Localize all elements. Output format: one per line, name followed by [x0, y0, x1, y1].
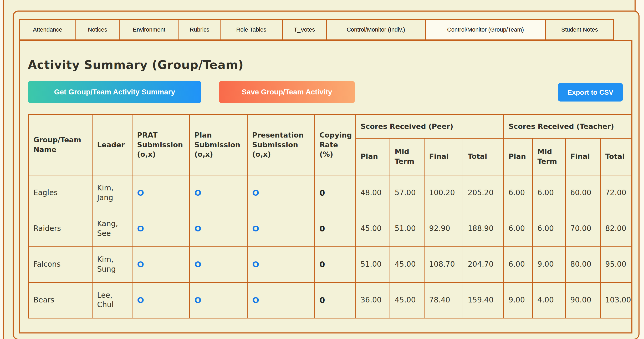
peer-total-cell: 204.70: [463, 247, 504, 282]
group-team-name-cell: Bears: [28, 282, 92, 318]
activity-table-wrapper: Group/Team Name Leader PRAT Submission (…: [28, 114, 631, 318]
peer-plan-cell: 45.00: [356, 211, 390, 247]
peer-plan-cell: 48.00: [356, 175, 390, 211]
col-header-scores-received-peer: Scores Received (Peer): [356, 115, 504, 138]
teacher-final-cell: 90.00: [565, 282, 600, 318]
group-team-name-cell: Raiders: [28, 211, 92, 247]
col-header-copying-rate: Copying Rate (%): [315, 115, 356, 175]
tab-notices[interactable]: Notices: [75, 19, 120, 40]
tab-bar: AttendanceNoticesEnvironmentRubricsRole …: [19, 19, 614, 40]
teacher-total-cell: 82.00: [600, 211, 631, 247]
leader-cell: Kim, Sung: [92, 247, 132, 282]
peer-total-cell: 205.20: [463, 175, 504, 211]
peer-plan-cell: 36.00: [356, 282, 390, 318]
col-header-peer-mid-term: Mid Term: [390, 138, 424, 175]
prat-submission-cell: O: [132, 211, 190, 247]
table-row: FalconsKim, SungOOO051.0045.00108.70204.…: [28, 247, 632, 282]
peer-mid-term-cell: 45.00: [390, 247, 424, 282]
copying-rate-cell: 0: [315, 282, 356, 318]
prat-submission-cell: O: [132, 175, 190, 211]
plan-submission-cell: O: [190, 282, 247, 318]
table-row: RaidersKang, SeeOOO045.0051.0092.90188.9…: [28, 211, 632, 247]
teacher-final-cell: 70.00: [565, 211, 600, 247]
teacher-final-cell: 80.00: [565, 247, 600, 282]
table-header-row-groups: Group/Team Name Leader PRAT Submission (…: [28, 115, 632, 138]
peer-final-cell: 100.20: [424, 175, 463, 211]
table-body: EaglesKim, JangOOO048.0057.00100.20205.2…: [28, 175, 632, 318]
teacher-plan-cell: 9.00: [504, 282, 533, 318]
teacher-plan-cell: 6.00: [504, 211, 533, 247]
leader-cell: Lee, Chul: [92, 282, 132, 318]
col-header-teacher-final: Final: [565, 138, 600, 175]
presentation-submission-cell: O: [247, 175, 315, 211]
leader-cell: Kim, Jang: [92, 175, 132, 211]
tab-attendance[interactable]: Attendance: [19, 19, 76, 40]
col-header-teacher-plan: Plan: [504, 138, 533, 175]
tab-role-tables[interactable]: Role Tables: [220, 19, 283, 40]
copying-rate-cell: 0: [315, 247, 356, 282]
peer-final-cell: 78.40: [424, 282, 463, 318]
teacher-total-cell: 103.00: [600, 282, 631, 318]
copying-rate-cell: 0: [315, 211, 356, 247]
teacher-mid-term-cell: 6.00: [533, 175, 565, 211]
col-header-teacher-mid-term: Mid Term: [533, 138, 565, 175]
copying-rate-cell: 0: [315, 175, 356, 211]
tab-panel: Activity Summary (Group/Team) Get Group/…: [19, 40, 632, 333]
col-header-prat-submission: PRAT Submission (o,x): [132, 115, 190, 175]
teacher-total-cell: 72.00: [600, 175, 631, 211]
col-header-peer-final: Final: [424, 138, 463, 175]
table-row: EaglesKim, JangOOO048.0057.00100.20205.2…: [28, 175, 632, 211]
tab-card: AttendanceNoticesEnvironmentRubricsRole …: [13, 11, 640, 339]
tab-rubrics[interactable]: Rubrics: [178, 19, 221, 40]
tab-student-notes[interactable]: Student Notes: [545, 19, 614, 40]
plan-submission-cell: O: [190, 175, 247, 211]
presentation-submission-cell: O: [247, 211, 315, 247]
group-team-name-cell: Eagles: [28, 175, 92, 211]
plan-submission-cell: O: [190, 247, 247, 282]
col-header-presentation-submission: Presentation Submission (o,x): [247, 115, 315, 175]
table-row: BearsLee, ChulOOO036.0045.0078.40159.409…: [28, 282, 632, 318]
peer-final-cell: 92.90: [424, 211, 463, 247]
teacher-total-cell: 95.00: [600, 247, 631, 282]
export-to-csv-button[interactable]: Export to CSV: [558, 83, 623, 102]
teacher-mid-term-cell: 9.00: [533, 247, 565, 282]
leader-cell: Kang, See: [92, 211, 132, 247]
group-team-name-cell: Falcons: [28, 247, 92, 282]
teacher-mid-term-cell: 6.00: [533, 211, 565, 247]
peer-total-cell: 159.40: [463, 282, 504, 318]
plan-submission-cell: O: [190, 211, 247, 247]
peer-total-cell: 188.90: [463, 211, 504, 247]
peer-final-cell: 108.70: [424, 247, 463, 282]
col-header-scores-received-teacher: Scores Received (Teacher): [504, 115, 631, 138]
teacher-final-cell: 60.00: [565, 175, 600, 211]
peer-plan-cell: 51.00: [356, 247, 390, 282]
peer-mid-term-cell: 57.00: [390, 175, 424, 211]
col-header-peer-plan: Plan: [356, 138, 390, 175]
prat-submission-cell: O: [132, 247, 190, 282]
page-title: Activity Summary (Group/Team): [28, 58, 631, 72]
tab-t-votes[interactable]: T_Votes: [282, 19, 327, 40]
col-header-peer-total: Total: [463, 138, 504, 175]
save-group-team-activity-button[interactable]: Save Group/Team Activity: [219, 81, 355, 103]
tab-control-monitor-indiv[interactable]: Control/Monitor (Indiv.): [326, 19, 426, 40]
tab-environment[interactable]: Environment: [119, 19, 179, 40]
col-header-leader: Leader: [92, 115, 132, 175]
activity-summary-table: Group/Team Name Leader PRAT Submission (…: [28, 114, 631, 318]
teacher-mid-term-cell: 4.00: [533, 282, 565, 318]
presentation-submission-cell: O: [247, 247, 315, 282]
peer-mid-term-cell: 45.00: [390, 282, 424, 318]
presentation-submission-cell: O: [247, 282, 315, 318]
prat-submission-cell: O: [132, 282, 190, 318]
col-header-teacher-total: Total: [600, 138, 631, 175]
teacher-plan-cell: 6.00: [504, 247, 533, 282]
col-header-group-team-name: Group/Team Name: [28, 115, 92, 175]
toolbar: Get Group/Team Activity Summary Save Gro…: [28, 81, 631, 103]
peer-mid-term-cell: 51.00: [390, 211, 424, 247]
tab-control-monitor-group-team[interactable]: Control/Monitor (Group/Team): [425, 19, 546, 40]
get-group-team-activity-summary-button[interactable]: Get Group/Team Activity Summary: [28, 81, 201, 103]
teacher-plan-cell: 6.00: [504, 175, 533, 211]
col-header-plan-submission: Plan Submission (o,x): [190, 115, 247, 175]
